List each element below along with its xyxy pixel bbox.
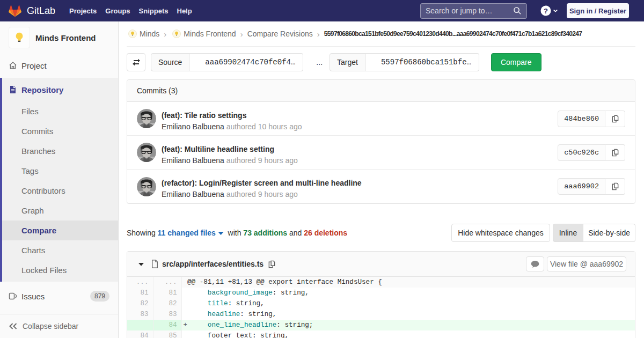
svg-text:?: ? — [544, 7, 548, 15]
